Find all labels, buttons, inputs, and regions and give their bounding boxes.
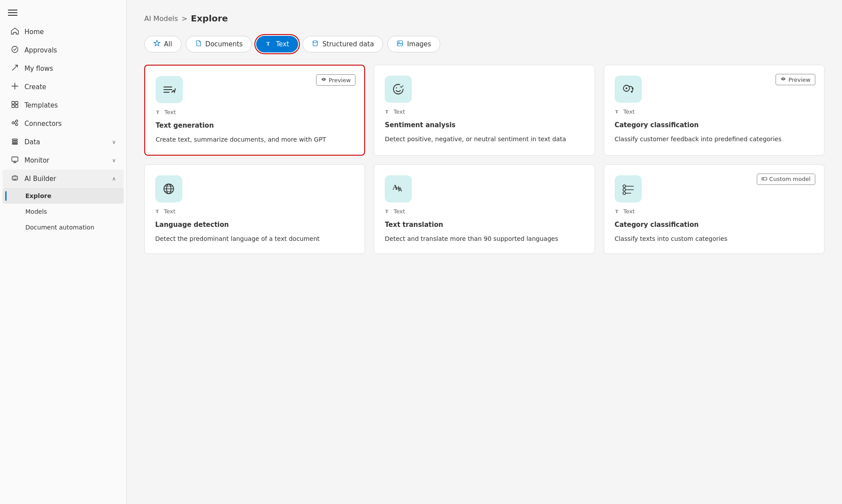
svg-point-19 [14, 178, 14, 179]
svg-point-29 [323, 79, 324, 80]
sidebar-item-label-home: Home [24, 28, 116, 36]
text-type-icon: T [385, 108, 391, 115]
card-type-category-classification-2: T Text [615, 208, 814, 215]
svg-point-40 [783, 78, 784, 80]
svg-point-9 [16, 124, 18, 126]
svg-rect-13 [12, 141, 17, 143]
card-title-text-generation: Text generation [156, 121, 354, 130]
sidebar-item-home[interactable]: Home [3, 23, 124, 41]
svg-rect-4 [15, 101, 18, 104]
sidebar-navigation: HomeApprovalsMy flowsCreateTemplatesConn… [0, 23, 126, 235]
card-title-sentiment-analysis: Sentiment analysis [385, 121, 584, 130]
card-icon-sentiment-analysis [385, 76, 412, 103]
svg-point-8 [16, 120, 18, 122]
breadcrumb-separator: > [181, 14, 187, 23]
svg-rect-57 [762, 177, 767, 180]
sidebar-item-connectors[interactable]: Connectors [3, 115, 124, 133]
svg-rect-5 [12, 105, 14, 108]
svg-point-51 [623, 185, 626, 188]
sidebar-item-label-data: Data [24, 138, 107, 146]
hamburger-menu[interactable] [0, 5, 126, 23]
svg-line-10 [14, 122, 16, 122]
svg-point-23 [313, 41, 317, 42]
tab-text-icon: T [265, 40, 272, 49]
card-type-category-classification-1: T Text [615, 108, 814, 115]
tab-documents-label: Documents [205, 40, 243, 48]
card-badge-category-classification-2: Custom model [757, 174, 815, 185]
sidebar-sub-item-explore[interactable]: Explore [3, 188, 124, 204]
tab-documents[interactable]: Documents [186, 36, 252, 52]
sidebar-item-monitor[interactable]: Monitor∨ [3, 151, 124, 170]
sidebar-sub-item-document-automation[interactable]: Document automation [3, 219, 124, 235]
card-description-language-detection: Detect the predominant language of a tex… [155, 235, 354, 243]
card-type-text-translation: T Text [385, 208, 584, 215]
create-icon [10, 82, 19, 92]
tab-text[interactable]: TText [256, 36, 298, 52]
monitor-icon [10, 156, 19, 165]
sidebar: HomeApprovalsMy flowsCreateTemplatesConn… [0, 0, 127, 504]
svg-rect-15 [12, 157, 18, 161]
card-description-category-classification-1: Classify customer feedback into predefin… [615, 135, 814, 144]
card-description-category-classification-2: Classify texts into custom categories [615, 235, 814, 243]
card-type-label-text-translation: Text [393, 208, 405, 215]
breadcrumb: AI Models > Explore [144, 13, 825, 24]
sidebar-item-data[interactable]: Data∨ [3, 133, 124, 151]
svg-rect-6 [15, 105, 18, 108]
monitor-chevron-icon: ∨ [112, 157, 116, 163]
tab-all-icon [153, 40, 160, 49]
card-type-label-language-detection: Text [164, 208, 175, 215]
card-badge-label-text-generation: Preview [329, 77, 351, 83]
sidebar-item-templates[interactable]: Templates [3, 96, 124, 115]
sidebar-item-approvals[interactable]: Approvals [3, 41, 124, 59]
tab-text-label: Text [276, 40, 289, 48]
breadcrumb-current: Explore [191, 13, 228, 24]
sidebar-item-create[interactable]: Create [3, 78, 124, 96]
sidebar-item-my-flows[interactable]: My flows [3, 59, 124, 78]
model-card-text-translation[interactable]: A A T TextText translationDetect and tra… [374, 164, 595, 254]
card-icon-category-classification-1 [615, 76, 642, 103]
model-card-category-classification-2[interactable]: Custom modelT TextCategory classificatio… [604, 164, 825, 254]
svg-rect-24 [397, 41, 403, 46]
svg-line-11 [14, 123, 16, 124]
sidebar-item-ai-builder[interactable]: AI Builder∧ [3, 170, 124, 188]
tab-images-icon [397, 40, 404, 49]
svg-text:T: T [156, 209, 159, 214]
card-type-language-detection: T Text [155, 208, 354, 215]
sidebar-item-label-templates: Templates [24, 101, 116, 109]
card-type-sentiment-analysis: T Text [385, 108, 584, 115]
card-title-category-classification-2: Category classification [615, 220, 814, 229]
card-title-language-detection: Language detection [155, 220, 354, 229]
sidebar-sub-item-models[interactable]: Models [3, 204, 124, 219]
svg-rect-14 [12, 143, 17, 144]
tab-all[interactable]: All [144, 36, 181, 52]
tab-documents-icon [195, 40, 202, 49]
preview-icon [780, 76, 786, 83]
sidebar-item-label-connectors: Connectors [24, 120, 116, 128]
svg-point-20 [16, 178, 17, 179]
card-type-label-category-classification-1: Text [623, 108, 635, 115]
my-flows-icon [10, 64, 19, 73]
svg-point-37 [626, 87, 627, 89]
templates-icon [10, 101, 19, 110]
text-type-icon: T [385, 208, 391, 215]
svg-point-39 [632, 87, 633, 89]
card-description-text-translation: Detect and translate more than 90 suppor… [385, 235, 584, 243]
home-icon [10, 27, 19, 37]
breadcrumb-parent[interactable]: AI Models [144, 14, 178, 23]
connectors-icon [10, 119, 19, 129]
svg-point-52 [623, 188, 626, 191]
model-card-language-detection[interactable]: T TextLanguage detectionDetect the predo… [144, 164, 365, 254]
svg-text:T: T [615, 209, 619, 214]
data-chevron-icon: ∨ [112, 139, 116, 145]
model-card-text-generation[interactable]: PreviewT TextText generationCreate text,… [144, 65, 365, 156]
card-badge-label-category-classification-1: Preview [788, 76, 811, 83]
model-card-category-classification-1[interactable]: PreviewT TextCategory classificationClas… [604, 65, 825, 156]
svg-text:T: T [385, 209, 389, 214]
tabs-bar: AllDocumentsTTextStructured dataImages [144, 36, 825, 52]
tab-structured-data[interactable]: Structured data [303, 36, 383, 52]
model-card-sentiment-analysis[interactable]: T TextSentiment analysisDetect positive,… [374, 65, 595, 156]
card-type-label-category-classification-2: Text [623, 208, 635, 215]
card-icon-text-generation [156, 76, 183, 103]
card-description-sentiment-analysis: Detect positive, negative, or neutral se… [385, 135, 584, 144]
tab-images[interactable]: Images [387, 36, 440, 52]
